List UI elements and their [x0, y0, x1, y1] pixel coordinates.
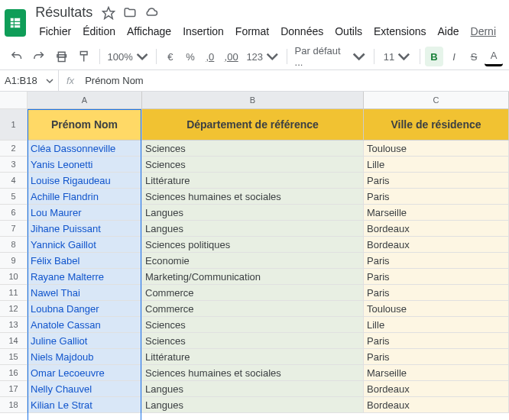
row-header[interactable]: 5 [0, 189, 28, 205]
col-header-b[interactable]: B [142, 92, 364, 109]
menu-edit[interactable]: Édition [77, 22, 121, 40]
cell-city[interactable]: Toulouse [364, 141, 509, 157]
redo-button[interactable] [28, 47, 49, 66]
currency-button[interactable]: € [161, 47, 180, 66]
cell-dept[interactable]: Sciences [142, 141, 364, 157]
row-header[interactable]: 12 [0, 301, 28, 317]
row-header[interactable]: 15 [0, 349, 28, 365]
cell-city[interactable]: Marseille [364, 365, 509, 381]
spreadsheet-grid[interactable]: 1 23456789101112131415161718 A B C Préno… [0, 92, 509, 413]
cell-name[interactable]: Rayane Malterre [28, 269, 142, 285]
cell-city[interactable]: Marseille [364, 205, 509, 221]
menu-insert[interactable]: Insertion [177, 22, 229, 40]
cell-city[interactable]: Paris [364, 253, 509, 269]
header-cell-dept[interactable]: Département de référence [142, 109, 364, 141]
header-cell-name[interactable]: Prénom Nom [28, 109, 142, 141]
row-header[interactable]: 11 [0, 285, 28, 301]
col-header-c[interactable]: C [364, 92, 509, 109]
paint-format-button[interactable] [73, 47, 94, 66]
row-header[interactable]: 16 [0, 365, 28, 381]
cell-name[interactable]: Cléa Dassonneville [28, 141, 142, 157]
cell-city[interactable]: Bordeaux [364, 381, 509, 397]
cell-dept[interactable]: Langues [142, 381, 364, 397]
cell-name[interactable]: Kilian Le Strat [28, 397, 142, 413]
cell-city[interactable]: Lille [364, 317, 509, 333]
menu-file[interactable]: Fichier [34, 22, 76, 40]
cell-name[interactable]: Niels Majdoub [28, 349, 142, 365]
cell-name[interactable]: Félix Babel [28, 253, 142, 269]
cell-city[interactable]: Paris [364, 173, 509, 189]
strike-button[interactable]: S [465, 47, 483, 66]
cell-city[interactable]: Paris [364, 269, 509, 285]
cell-dept[interactable]: Economie [142, 253, 364, 269]
formula-bar[interactable]: Prénom Nom [82, 75, 509, 86]
row-header[interactable]: 4 [0, 173, 28, 189]
cell-dept[interactable]: Langues [142, 205, 364, 221]
cell-city[interactable]: Paris [364, 189, 509, 205]
star-icon[interactable] [102, 6, 115, 20]
cell-name[interactable]: Anatole Cassan [28, 317, 142, 333]
cell-name[interactable]: Achille Flandrin [28, 189, 142, 205]
cell-dept[interactable]: Sciences [142, 333, 364, 349]
cell-dept[interactable]: Sciences [142, 317, 364, 333]
row-header[interactable]: 8 [0, 237, 28, 253]
cell-name[interactable]: Nelly Chauvel [28, 381, 142, 397]
undo-button[interactable] [6, 47, 27, 66]
cell-name[interactable]: Loubna Danger [28, 301, 142, 317]
row-header[interactable]: 10 [0, 269, 28, 285]
menu-help[interactable]: Aide [433, 22, 465, 40]
cell-city[interactable]: Paris [364, 285, 509, 301]
cell-dept[interactable]: Langues [142, 397, 364, 413]
text-color-button[interactable]: A [485, 47, 503, 66]
doc-title[interactable]: Résultats [34, 5, 94, 21]
increase-decimal-button[interactable]: ,00 [221, 47, 242, 66]
font-dropdown[interactable]: Par défaut ... [292, 47, 369, 66]
cell-city[interactable]: Bordeaux [364, 237, 509, 253]
cell-dept[interactable]: Sciences humaines et sociales [142, 365, 364, 381]
header-cell-city[interactable]: Ville de résidence [364, 109, 509, 141]
row-header[interactable]: 14 [0, 333, 28, 349]
cell-dept[interactable]: Littérature [142, 173, 364, 189]
cell-dept[interactable]: Sciences humaines et sociales [142, 189, 364, 205]
cloud-icon[interactable] [144, 6, 158, 20]
cell-dept[interactable]: Commerce [142, 285, 364, 301]
cell-city[interactable]: Paris [364, 333, 509, 349]
cell-dept[interactable]: Littérature [142, 349, 364, 365]
row-header[interactable]: 18 [0, 397, 28, 413]
cell-city[interactable]: Paris [364, 349, 509, 365]
menu-extensions[interactable]: Extensions [368, 22, 431, 40]
print-button[interactable] [51, 47, 72, 66]
cell-dept[interactable]: Langues [142, 221, 364, 237]
cell-name[interactable]: Yanis Leonetti [28, 157, 142, 173]
cell-name[interactable]: Juline Galliot [28, 333, 142, 349]
zoom-dropdown[interactable]: 100% [105, 47, 151, 66]
cell-dept[interactable]: Marketing/Communication [142, 269, 364, 285]
row-header[interactable]: 9 [0, 253, 28, 269]
cell-city[interactable]: Bordeaux [364, 221, 509, 237]
row-header-1[interactable]: 1 [0, 109, 28, 141]
row-header[interactable]: 13 [0, 317, 28, 333]
number-format-dropdown[interactable]: 123 [243, 47, 281, 66]
menu-data[interactable]: Données [275, 22, 329, 40]
row-header[interactable]: 3 [0, 157, 28, 173]
cell-city[interactable]: Toulouse [364, 301, 509, 317]
row-header[interactable]: 7 [0, 221, 28, 237]
col-header-a[interactable]: A [28, 92, 142, 109]
cell-name[interactable]: Jihane Puissant [28, 221, 142, 237]
cell-name[interactable]: Nawel Thai [28, 285, 142, 301]
sheets-logo[interactable] [5, 9, 26, 37]
menu-view[interactable]: Affichage [122, 22, 177, 40]
move-icon[interactable] [123, 6, 137, 20]
cell-name[interactable]: Lou Maurer [28, 205, 142, 221]
cell-name[interactable]: Yannick Gaillot [28, 237, 142, 253]
cell-dept[interactable]: Commerce [142, 301, 364, 317]
percent-button[interactable]: % [181, 47, 199, 66]
select-all-corner[interactable] [0, 92, 28, 109]
cell-name[interactable]: Louise Rigaudeau [28, 173, 142, 189]
cell-dept[interactable]: Sciences [142, 157, 364, 173]
cell-name[interactable]: Omar Lecoeuvre [28, 365, 142, 381]
cell-city[interactable]: Lille [364, 157, 509, 173]
italic-button[interactable]: I [445, 47, 463, 66]
menu-last-edit[interactable]: Derni [465, 22, 501, 40]
cell-dept[interactable]: Sciences politiques [142, 237, 364, 253]
